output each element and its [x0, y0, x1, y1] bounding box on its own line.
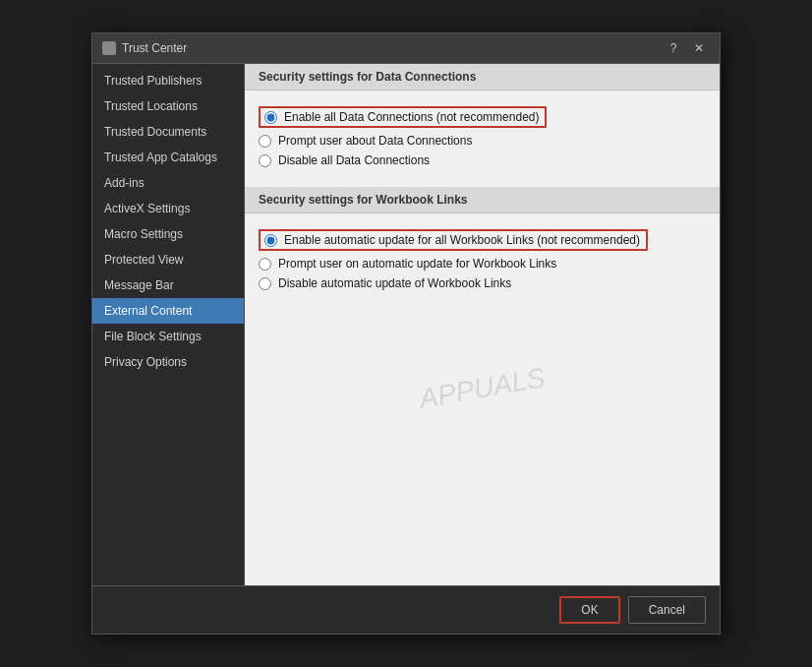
title-bar-left: Trust Center: [102, 41, 187, 55]
radio-prompt-wb-label: Prompt user on automatic update for Work…: [278, 257, 556, 271]
sidebar: Trusted Publishers Trusted Locations Tru…: [92, 64, 245, 585]
sidebar-item-privacy-options[interactable]: Privacy Options: [92, 349, 244, 375]
radio-enable-auto-wb-label: Enable automatic update for all Workbook…: [284, 233, 640, 247]
radio-prompt-dc[interactable]: [259, 135, 271, 148]
sidebar-item-trusted-app-catalogs[interactable]: Trusted App Catalogs: [92, 145, 244, 170]
radio-option-enable-all-dc[interactable]: Enable all Data Connections (not recomme…: [259, 106, 706, 128]
section1-body: Enable all Data Connections (not recomme…: [245, 91, 720, 187]
radio-option-enable-auto-wb[interactable]: Enable automatic update for all Workbook…: [259, 229, 706, 251]
title-bar: Trust Center ? ✕: [92, 33, 720, 64]
dialog-footer: OK Cancel: [92, 585, 720, 634]
highlight-box-wb: Enable automatic update for all Workbook…: [259, 229, 648, 251]
sidebar-item-message-bar[interactable]: Message Bar: [92, 273, 244, 298]
radio-enable-auto-wb[interactable]: [264, 234, 277, 247]
sidebar-item-trusted-locations[interactable]: Trusted Locations: [92, 93, 244, 119]
ok-button[interactable]: OK: [559, 596, 619, 624]
title-bar-controls: ? ✕: [663, 39, 710, 57]
app-icon: [102, 41, 116, 55]
main-content: Security settings for Data Connections E…: [245, 64, 720, 585]
radio-prompt-wb[interactable]: [259, 258, 271, 271]
trust-center-dialog: Trust Center ? ✕ Trusted Publishers Trus…: [91, 32, 721, 635]
highlight-box-dc: Enable all Data Connections (not recomme…: [259, 106, 547, 128]
sidebar-item-file-block-settings[interactable]: File Block Settings: [92, 324, 244, 349]
radio-option-prompt-dc[interactable]: Prompt user about Data Connections: [259, 134, 706, 148]
radio-disable-dc[interactable]: [259, 154, 271, 167]
sidebar-item-add-ins[interactable]: Add-ins: [92, 170, 244, 196]
radio-option-prompt-wb[interactable]: Prompt user on automatic update for Work…: [259, 257, 706, 271]
dialog-title: Trust Center: [122, 41, 187, 55]
sidebar-item-trusted-documents[interactable]: Trusted Documents: [92, 119, 244, 145]
radio-disable-wb-label: Disable automatic update of Workbook Lin…: [278, 276, 511, 290]
radio-option-disable-dc[interactable]: Disable all Data Connections: [259, 153, 706, 167]
sidebar-item-external-content[interactable]: External Content: [92, 298, 244, 324]
section1-header: Security settings for Data Connections: [245, 64, 720, 91]
sidebar-item-trusted-publishers[interactable]: Trusted Publishers: [92, 68, 244, 93]
radio-enable-all-dc-label: Enable all Data Connections (not recomme…: [284, 110, 539, 124]
section2-header: Security settings for Workbook Links: [245, 187, 720, 213]
sidebar-item-protected-view[interactable]: Protected View: [92, 247, 244, 273]
watermark-area: APPUALS: [245, 310, 720, 467]
radio-option-disable-wb[interactable]: Disable automatic update of Workbook Lin…: [259, 276, 706, 290]
sidebar-item-macro-settings[interactable]: Macro Settings: [92, 221, 244, 247]
help-button[interactable]: ?: [663, 39, 684, 57]
close-button[interactable]: ✕: [688, 39, 710, 57]
sidebar-item-activex-settings[interactable]: ActiveX Settings: [92, 196, 244, 221]
section2-body: Enable automatic update for all Workbook…: [245, 213, 720, 310]
watermark-text: APPUALS: [417, 362, 548, 415]
radio-disable-wb[interactable]: [259, 277, 271, 290]
cancel-button[interactable]: Cancel: [628, 596, 706, 624]
radio-enable-all-dc[interactable]: [264, 111, 277, 124]
dialog-body: Trusted Publishers Trusted Locations Tru…: [92, 64, 720, 585]
radio-disable-dc-label: Disable all Data Connections: [278, 153, 430, 167]
radio-prompt-dc-label: Prompt user about Data Connections: [278, 134, 472, 148]
